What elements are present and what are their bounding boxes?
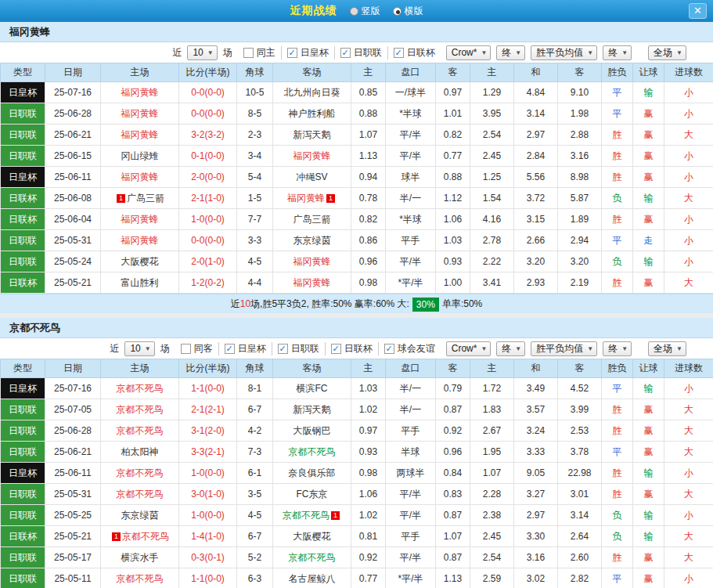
away-team-name[interactable]: 新泻天鹅 [273, 399, 351, 420]
filter-日联杯[interactable]: ✓日联杯 [325, 342, 378, 355]
away-team-name[interactable]: 京都不死鸟 [273, 442, 351, 463]
match-row: 日联杯25-06-081广岛三箭2-1(1-0)1-5福冈黄蜂10.78半/一1… [1, 188, 713, 209]
away-team-name[interactable]: 新泻天鹅 [273, 124, 351, 146]
checkbox-checked-icon[interactable]: ✓ [287, 48, 297, 58]
col-score-halftime: 比分(半场) [179, 359, 237, 378]
filter-同客[interactable]: 同客 [175, 342, 218, 355]
home-team-name[interactable]: 富山胜利 [101, 272, 179, 294]
bookmaker-select[interactable]: Crow*▼ [446, 45, 492, 60]
close-icon[interactable]: ✕ [689, 3, 707, 19]
radio-selected-icon[interactable] [393, 7, 402, 16]
layout-vertical-radio[interactable]: 竖版 [350, 5, 380, 18]
euro-away-odds: 5.87 [558, 188, 602, 209]
home-team-name[interactable]: 京都不死鸟 [101, 484, 179, 505]
asian-home-water: 1.07 [351, 124, 386, 146]
checkbox-checked-icon[interactable]: ✓ [394, 48, 404, 58]
filter-球会友谊[interactable]: ✓球会友谊 [378, 342, 441, 355]
home-team-name[interactable]: 福冈黄蜂 [101, 103, 179, 124]
match-date: 25-05-17 [45, 547, 101, 568]
away-team-name[interactable]: 京都不死鸟1 [273, 505, 351, 526]
asian-home-water: 1.02 [351, 505, 386, 526]
period-select[interactable]: 全场▼ [648, 45, 686, 60]
checkbox-checked-icon[interactable]: ✓ [225, 344, 235, 354]
away-team-name[interactable]: 福冈黄蜂 [273, 251, 351, 272]
result-win-draw-lose: 负 [602, 188, 633, 209]
away-team-name[interactable]: 广岛三箭 [273, 209, 351, 230]
handicap-result: 输 [633, 82, 664, 103]
away-team-name[interactable]: 冲绳SV [273, 167, 351, 188]
away-team-name[interactable]: 福冈黄蜂 [273, 146, 351, 167]
handicap-result: 走 [633, 230, 664, 251]
goals-over-under: 小 [664, 230, 713, 251]
home-team-name[interactable]: 福冈黄蜂 [101, 209, 179, 230]
home-team-name[interactable]: 东京绿茵 [101, 505, 179, 526]
home-team-name[interactable]: 京都不死鸟 [101, 568, 179, 588]
col-home-team: 主场 [101, 359, 179, 378]
away-team-name[interactable]: 奈良俱乐部 [273, 463, 351, 484]
summary-row: 近10场,胜5平3负2, 胜率:50% 赢率:60% 大:30%单率:50% [0, 294, 713, 313]
checkbox-checked-icon[interactable]: ✓ [331, 344, 341, 354]
away-team-name[interactable]: 神户胜利船 [273, 103, 351, 124]
match-score: 2-1(1-0) [179, 188, 237, 209]
filter-同主[interactable]: 同主 [238, 46, 281, 60]
filter-日联杯[interactable]: ✓日联杯 [387, 46, 441, 60]
asian-odds-time-select[interactable]: 终▼ [496, 45, 525, 60]
result-win-draw-lose: 胜 [602, 124, 633, 146]
filter-label: 同主 [257, 46, 275, 60]
home-team-name[interactable]: 京都不死鸟 [101, 378, 179, 399]
away-team-name[interactable]: 北九州向日葵 [273, 82, 351, 103]
away-team-name[interactable]: 东京绿茵 [273, 230, 351, 251]
away-team-name[interactable]: 福冈黄蜂 [273, 272, 351, 294]
euro-draw-odds: 3.02 [514, 568, 558, 588]
layout-horizontal-radio[interactable]: 横版 [393, 5, 423, 18]
euro-odds-avg-select[interactable]: 胜平负均值▼ [531, 341, 597, 356]
period-select[interactable]: 全场▼ [648, 341, 686, 356]
match-count-select[interactable]: 10▼ [124, 341, 154, 356]
home-team-name[interactable]: 冈山绿雉 [101, 146, 179, 167]
bookmaker-select[interactable]: Crow*▼ [446, 341, 492, 356]
home-team-name[interactable]: 1广岛三箭 [101, 188, 179, 209]
away-team-name[interactable]: 名古屋鲸八 [273, 568, 351, 588]
euro-odds-time-select[interactable]: 终▼ [603, 341, 632, 356]
filter-日职联[interactable]: ✓日职联 [334, 46, 387, 60]
handicap-result: 输 [633, 526, 664, 547]
match-count-select[interactable]: 10▼ [187, 45, 217, 60]
filter-日职联[interactable]: ✓日职联 [272, 342, 325, 355]
checkbox-unchecked-icon[interactable] [243, 48, 254, 58]
radio-icon[interactable] [350, 7, 358, 16]
asian-away-water: 1.06 [436, 209, 470, 230]
euro-odds-time-select[interactable]: 终▼ [603, 45, 632, 60]
home-team-name[interactable]: 大阪樱花 [101, 251, 179, 272]
result-win-draw-lose: 胜 [602, 146, 633, 167]
checkbox-checked-icon[interactable]: ✓ [384, 344, 394, 354]
away-team-name[interactable]: 横滨FC [273, 378, 351, 399]
home-team-name[interactable]: 福冈黄蜂 [101, 82, 179, 103]
away-team-name[interactable]: 大阪钢巴 [273, 420, 351, 442]
checkbox-unchecked-icon[interactable] [181, 344, 191, 354]
home-team-name[interactable]: 福冈黄蜂 [101, 167, 179, 188]
home-team-name[interactable]: 柏太阳神 [101, 442, 179, 463]
euro-home-odds: 2.28 [470, 484, 514, 505]
away-team-name[interactable]: 福冈黄蜂1 [273, 188, 351, 209]
checkbox-checked-icon[interactable]: ✓ [340, 48, 351, 58]
asian-odds-time-select[interactable]: 终▼ [496, 341, 525, 356]
away-team-name[interactable]: FC东京 [273, 484, 351, 505]
home-team-name[interactable]: 京都不死鸟 [101, 399, 179, 420]
filter-日皇杯[interactable]: ✓日皇杯 [218, 342, 272, 355]
goals-over-under: 小 [664, 167, 713, 188]
away-team-name[interactable]: 京都不死鸟 [273, 547, 351, 568]
asian-home-water: 0.82 [351, 209, 386, 230]
home-team-name[interactable]: 京都不死鸟 [101, 463, 179, 484]
home-team-name[interactable]: 福冈黄蜂 [101, 124, 179, 146]
home-team-name[interactable]: 1京都不死鸟 [101, 526, 179, 547]
col-euro-draw: 和 [514, 359, 558, 378]
home-team-name[interactable]: 京都不死鸟 [101, 420, 179, 442]
euro-odds-avg-select[interactable]: 胜平负均值▼ [531, 45, 597, 60]
match-date: 25-06-15 [45, 146, 101, 167]
away-team-name[interactable]: 大阪樱花 [273, 526, 351, 547]
euro-away-odds: 2.64 [558, 526, 602, 547]
checkbox-checked-icon[interactable]: ✓ [278, 344, 288, 354]
filter-日皇杯[interactable]: ✓日皇杯 [281, 46, 334, 60]
home-team-name[interactable]: 横滨水手 [101, 547, 179, 568]
home-team-name[interactable]: 福冈黄蜂 [101, 230, 179, 251]
